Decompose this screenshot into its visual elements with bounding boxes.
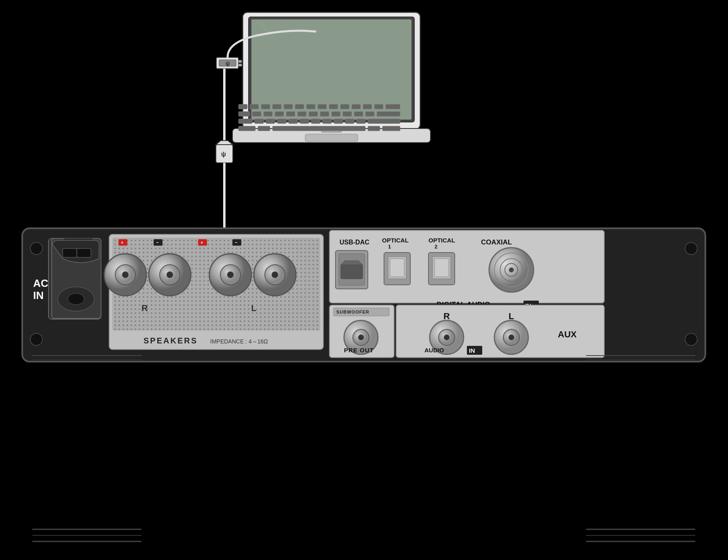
svg-point-95 bbox=[227, 272, 234, 278]
speaker-r-label: R bbox=[141, 303, 148, 313]
svg-rect-63 bbox=[22, 228, 705, 362]
bottom-vent-lines bbox=[32, 529, 695, 541]
svg-point-93 bbox=[209, 254, 251, 296]
svg-rect-111 bbox=[433, 257, 451, 279]
optical1-label: OPTICAL bbox=[382, 237, 409, 244]
svg-rect-79 bbox=[118, 239, 127, 246]
svg-point-91 bbox=[160, 265, 180, 285]
svg-rect-17 bbox=[352, 104, 361, 109]
svg-rect-51 bbox=[305, 134, 358, 141]
svg-text:ψ: ψ bbox=[221, 151, 226, 158]
usb-type-a-connector: ψ bbox=[216, 57, 242, 69]
svg-rect-53 bbox=[219, 60, 236, 66]
speakers-label: SPEAKERS bbox=[143, 336, 198, 345]
svg-point-98 bbox=[272, 272, 278, 278]
svg-rect-29 bbox=[331, 112, 340, 116]
speakers-section: + − + − bbox=[104, 234, 323, 349]
digital-in-badge: IN bbox=[525, 302, 531, 309]
svg-rect-19 bbox=[374, 104, 383, 109]
subwoofer-label: SUBWOOFER bbox=[336, 309, 369, 314]
svg-rect-0 bbox=[0, 0, 728, 560]
svg-point-64 bbox=[30, 242, 42, 255]
svg-rect-12 bbox=[295, 104, 304, 109]
svg-rect-108 bbox=[388, 257, 406, 279]
svg-rect-120 bbox=[333, 308, 389, 316]
svg-rect-40 bbox=[311, 119, 320, 124]
svg-rect-44 bbox=[357, 119, 365, 124]
svg-point-114 bbox=[494, 253, 528, 287]
svg-line-4 bbox=[259, 22, 275, 38]
svg-rect-21 bbox=[238, 112, 250, 116]
svg-rect-131 bbox=[467, 346, 482, 355]
usb-dac-label: USB-DAC bbox=[340, 239, 369, 246]
svg-rect-25 bbox=[286, 112, 295, 116]
svg-rect-24 bbox=[275, 112, 284, 116]
svg-point-113 bbox=[489, 248, 534, 292]
svg-text:2: 2 bbox=[435, 244, 437, 250]
svg-point-122 bbox=[353, 329, 369, 345]
svg-rect-6 bbox=[321, 127, 342, 132]
svg-point-72 bbox=[58, 287, 94, 311]
svg-text:ψ: ψ bbox=[226, 60, 230, 67]
svg-point-87 bbox=[104, 254, 146, 296]
pre-out-section: SUBWOOFER PRE OUT bbox=[329, 305, 394, 358]
svg-rect-71 bbox=[77, 248, 91, 257]
svg-point-90 bbox=[149, 254, 191, 296]
svg-point-65 bbox=[30, 333, 42, 345]
svg-text:1: 1 bbox=[388, 244, 391, 250]
svg-point-116 bbox=[505, 263, 518, 276]
svg-text:+: + bbox=[121, 240, 123, 245]
svg-rect-47 bbox=[258, 126, 270, 131]
svg-point-97 bbox=[265, 265, 285, 285]
svg-rect-36 bbox=[266, 119, 275, 124]
svg-rect-69 bbox=[49, 238, 101, 319]
svg-rect-35 bbox=[255, 119, 264, 124]
svg-rect-43 bbox=[345, 119, 354, 124]
svg-rect-33 bbox=[377, 112, 400, 116]
svg-rect-105 bbox=[341, 265, 363, 279]
svg-point-117 bbox=[509, 267, 514, 272]
optical2-label: OPTICAL bbox=[428, 237, 455, 244]
digital-audio-section: USB-DAC OPTICAL 1 OPTICAL 2 COAXIAL ψ bbox=[329, 230, 604, 309]
svg-rect-14 bbox=[318, 104, 327, 109]
svg-rect-1 bbox=[243, 12, 420, 129]
svg-rect-119 bbox=[329, 305, 394, 358]
svg-rect-32 bbox=[365, 112, 374, 116]
svg-rect-46 bbox=[238, 126, 255, 131]
svg-text:IN: IN bbox=[33, 289, 44, 301]
svg-rect-20 bbox=[386, 104, 400, 109]
usb-type-b-connector: ψ bbox=[216, 141, 233, 163]
audio-label: AUDIO bbox=[424, 347, 444, 354]
svg-rect-38 bbox=[289, 119, 298, 124]
svg-rect-50 bbox=[382, 126, 400, 131]
svg-text:+: + bbox=[200, 240, 203, 245]
svg-point-73 bbox=[68, 293, 84, 305]
svg-marker-60 bbox=[216, 141, 233, 145]
svg-rect-39 bbox=[300, 119, 309, 124]
laptop-illustration bbox=[232, 12, 430, 143]
svg-rect-31 bbox=[354, 112, 363, 116]
audio-r-label: R bbox=[443, 311, 450, 321]
amplifier-body: AC IN bbox=[22, 228, 705, 362]
aux-label: AUX bbox=[558, 329, 577, 339]
svg-point-88 bbox=[115, 265, 135, 285]
svg-rect-74 bbox=[109, 234, 323, 349]
digital-audio-label: DIGITAL AUDIO bbox=[437, 301, 490, 309]
audio-l-label: L bbox=[509, 311, 514, 321]
svg-rect-3 bbox=[251, 19, 411, 120]
svg-rect-83 bbox=[198, 239, 207, 246]
svg-rect-34 bbox=[238, 119, 252, 124]
audio-in-section: R L AUX AUDIO IN bbox=[396, 305, 604, 358]
svg-point-126 bbox=[439, 329, 455, 345]
svg-point-125 bbox=[430, 320, 464, 354]
svg-rect-112 bbox=[435, 259, 449, 277]
svg-rect-30 bbox=[343, 112, 352, 116]
audio-in-badge: IN bbox=[469, 347, 475, 354]
svg-rect-11 bbox=[284, 104, 293, 109]
svg-point-130 bbox=[509, 335, 514, 340]
svg-point-128 bbox=[494, 320, 528, 354]
svg-rect-27 bbox=[309, 112, 318, 116]
svg-point-115 bbox=[500, 259, 523, 281]
svg-rect-81 bbox=[154, 239, 162, 246]
svg-text:−: − bbox=[156, 240, 158, 245]
